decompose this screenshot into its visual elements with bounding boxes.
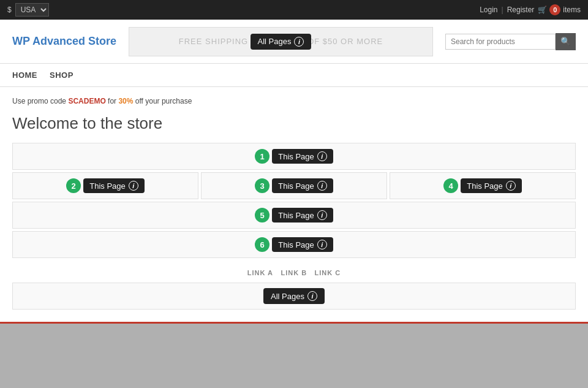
search-button[interactable]: 🔍	[556, 33, 576, 50]
site-logo[interactable]: WP Advanced Store	[12, 35, 116, 48]
top-bar: $ USA Login | Register 🛒 0 items	[0, 0, 588, 20]
widget-2-info-icon[interactable]: i	[129, 181, 138, 191]
main-content: Use promo code SCADEMO for 30% off your …	[0, 87, 588, 322]
widget-5: 5 This Page i	[12, 202, 576, 229]
header: WP Advanced Store FREE SHIPPING ON ORDER…	[0, 20, 588, 64]
widget-row-1: 1 This Page i	[12, 143, 576, 170]
widget-6: 6 This Page i	[12, 231, 576, 258]
search-input[interactable]	[445, 34, 556, 50]
widget-2-this-page-badge[interactable]: This Page i	[83, 178, 145, 193]
register-link[interactable]: Register	[507, 6, 535, 14]
login-link[interactable]: Login	[480, 6, 497, 14]
widget-1-badge[interactable]: 1 This Page i	[255, 149, 333, 164]
nav-home[interactable]: HOME	[12, 70, 37, 80]
widget-1-label: This Page	[278, 152, 314, 161]
widget-5-badge[interactable]: 5 This Page i	[255, 208, 333, 223]
all-pages-label: All Pages	[258, 37, 292, 46]
divider: |	[502, 6, 503, 14]
header-banner: FREE SHIPPING ON ORDERS OF $50 OR MORE A…	[129, 27, 433, 56]
widget-4-label: This Page	[467, 181, 503, 191]
link-c[interactable]: LINK C	[315, 269, 341, 276]
widget-3-badge[interactable]: 3 This Page i	[255, 178, 333, 193]
widget-2-badge[interactable]: 2 This Page i	[66, 178, 145, 193]
page-title: Welcome to the store	[12, 114, 576, 133]
widget-4-badge[interactable]: 4 This Page i	[443, 178, 522, 193]
link-b[interactable]: LINK B	[281, 269, 307, 276]
bottom-all-pages-label: All Pages	[271, 292, 304, 301]
promo-pct: 30%	[118, 97, 133, 105]
links-row: LINK A LINK B LINK C	[12, 261, 576, 283]
top-bar-left: $ USA	[7, 3, 49, 17]
cart-area[interactable]: 🛒 0 items	[538, 4, 581, 15]
items-label: items	[563, 6, 581, 14]
promo-code: SCADEMO	[68, 97, 105, 105]
widget-1-number: 1	[255, 149, 270, 164]
widget-5-label: This Page	[278, 211, 314, 220]
widget-1-this-page-badge[interactable]: This Page i	[272, 149, 333, 164]
widget-4-this-page-badge[interactable]: This Page i	[461, 178, 522, 193]
promo-suffix: off your purchase	[135, 97, 192, 105]
widget-3-this-page-badge[interactable]: This Page i	[272, 178, 333, 193]
cart-count-badge: 0	[549, 4, 560, 15]
widget-3-number: 3	[255, 178, 270, 193]
promo-prefix: Use promo code	[12, 97, 66, 105]
bottom-info-icon[interactable]: i	[307, 291, 317, 301]
widget-3-label: This Page	[278, 181, 314, 191]
widget-4-number: 4	[443, 178, 458, 193]
widget-6-badge[interactable]: 6 This Page i	[255, 237, 333, 252]
nav-bar: HOME SHOP	[0, 64, 588, 87]
widget-row-4: 6 This Page i	[12, 231, 576, 258]
search-area: 🔍	[445, 33, 576, 50]
link-a[interactable]: LINK A	[247, 269, 273, 276]
widget-3-info-icon[interactable]: i	[317, 181, 327, 191]
promo-middle: for	[108, 97, 118, 105]
widget-6-label: This Page	[278, 240, 314, 249]
bottom-all-pages-bar: All Pages i	[12, 283, 576, 310]
widget-6-this-page-badge[interactable]: This Page i	[272, 237, 333, 252]
all-pages-badge-header[interactable]: All Pages i	[251, 34, 312, 50]
widget-row-3: 5 This Page i	[12, 202, 576, 229]
widget-5-number: 5	[255, 208, 270, 223]
widget-4-info-icon[interactable]: i	[506, 181, 516, 191]
promo-bar: Use promo code SCADEMO for 30% off your …	[12, 97, 576, 105]
widget-2-number: 2	[66, 178, 81, 193]
widget-row-2: 2 This Page i 3 This Page i 4 This Page	[12, 172, 576, 199]
dollar-icon: $	[7, 6, 12, 14]
bottom-all-pages-badge[interactable]: All Pages i	[263, 288, 325, 304]
widget-6-info-icon[interactable]: i	[317, 240, 327, 249]
widget-5-this-page-badge[interactable]: This Page i	[272, 208, 333, 223]
currency-selector[interactable]: USA	[15, 3, 49, 17]
widget-2: 2 This Page i	[12, 172, 198, 199]
gray-area	[0, 324, 588, 388]
widget-5-info-icon[interactable]: i	[317, 210, 327, 220]
info-icon-header[interactable]: i	[294, 37, 304, 47]
cart-icon: 🛒	[538, 6, 547, 14]
widget-6-number: 6	[255, 237, 270, 252]
top-bar-right: Login | Register 🛒 0 items	[480, 4, 581, 15]
widget-4: 4 This Page i	[390, 172, 576, 199]
widget-1: 1 This Page i	[12, 143, 576, 170]
widget-2-label: This Page	[89, 181, 126, 191]
widget-1-info-icon[interactable]: i	[317, 151, 327, 161]
nav-shop[interactable]: SHOP	[50, 70, 74, 80]
widget-3: 3 This Page i	[201, 172, 387, 199]
